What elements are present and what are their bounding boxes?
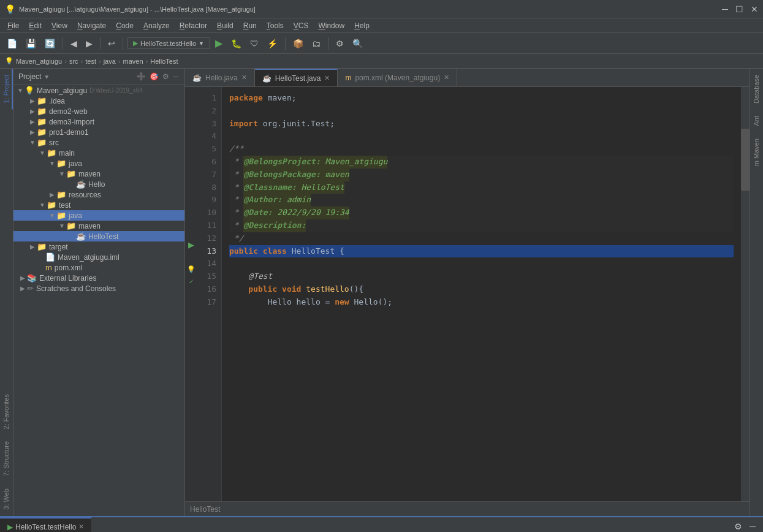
- close-button[interactable]: ✕: [751, 4, 758, 14]
- menu-edit[interactable]: Edit: [24, 20, 47, 31]
- tree-src[interactable]: ▼ 📁 src: [13, 137, 184, 148]
- toolbar-undo[interactable]: ↩: [105, 37, 118, 50]
- menu-view[interactable]: View: [47, 20, 72, 31]
- bc-hellotest[interactable]: HelloTest: [150, 58, 178, 65]
- tree-external-libs[interactable]: ▶ 📚 External Libraries: [13, 273, 184, 283]
- sidebar-scroll-target[interactable]: 🎯: [148, 71, 160, 82]
- run-config-selector[interactable]: ▶ HelloTest.testHello ▼: [127, 37, 210, 49]
- tab-hellotest-java[interactable]: ☕ HelloTest.java ✕: [255, 69, 338, 86]
- editor-footer: HelloTest: [185, 501, 750, 516]
- toolbar-back[interactable]: ◀: [67, 37, 80, 50]
- bc-src[interactable]: src: [69, 58, 78, 65]
- separator-1: [63, 37, 63, 50]
- tree-hellotest-class[interactable]: ▶ ☕ HelloTest: [13, 231, 184, 241]
- tree-pro1-demo1[interactable]: ▶ 📁 pro1-demo1: [13, 127, 184, 137]
- tree-target[interactable]: ▶ 📁 target: [13, 241, 184, 252]
- gutter-icon-5: [185, 141, 197, 153]
- tab-close-hello[interactable]: ✕: [241, 74, 247, 82]
- sidebar-settings[interactable]: ⚙: [161, 71, 170, 82]
- toolbar-run[interactable]: ▶: [212, 36, 226, 51]
- tree-test[interactable]: ▼ 📁 test: [13, 200, 184, 210]
- toolbar-sync[interactable]: 🔄: [42, 37, 58, 50]
- toolbar-search[interactable]: 🔍: [349, 37, 366, 50]
- tree-resources[interactable]: ▶ 📁 resources: [13, 189, 184, 200]
- left-tab-favorites[interactable]: 2: Favorites: [0, 388, 13, 435]
- title-bar: 💡 Maven_atgiugu [...\atgiugu\Maven_atgiu…: [0, 0, 763, 18]
- tree-scratches[interactable]: ▶ ✏ Scratches and Consoles: [13, 283, 184, 294]
- menu-analyze[interactable]: Analyze: [139, 20, 175, 31]
- menu-file[interactable]: File: [2, 20, 24, 31]
- toolbar-run-with-coverage[interactable]: 🛡: [247, 37, 262, 50]
- editor-content[interactable]: ▶ 💡 ✓ 1 2 3 4 5 6 7 8 9 10 11 12 13: [185, 87, 750, 501]
- menu-refactor[interactable]: Refactor: [175, 20, 212, 31]
- tab-hello-java[interactable]: ☕ Hello.java ✕: [185, 69, 255, 86]
- tree-demo2-web[interactable]: ▶ 📁 demo2-web: [13, 106, 184, 116]
- editor-vscrollbar[interactable]: [741, 87, 750, 501]
- line-num-5: 5: [197, 143, 221, 156]
- tab-close-hellotest[interactable]: ✕: [324, 74, 330, 82]
- bottom-tab-run[interactable]: ▶ HelloTest.testHello ✕: [0, 517, 91, 532]
- bc-java[interactable]: java: [104, 58, 116, 65]
- menu-build[interactable]: Build: [212, 20, 238, 31]
- tree-idea[interactable]: ▶ 📁 .idea: [13, 96, 184, 106]
- toolbar-debug[interactable]: 🐛: [228, 37, 245, 50]
- toolbar-profile[interactable]: ⚡: [264, 37, 281, 50]
- tab-pom-xml[interactable]: m pom.xml (Maven_atgiugu) ✕: [338, 69, 457, 86]
- right-tab-ant[interactable]: Ant: [750, 110, 763, 132]
- menu-code[interactable]: Code: [111, 20, 139, 31]
- tree-java-test[interactable]: ▼ 📁 java: [13, 210, 184, 221]
- line-num-4: 4: [197, 130, 221, 143]
- toolbar-save-all[interactable]: 💾: [23, 37, 39, 50]
- tree-maven-main[interactable]: ▼ 📁 maven: [13, 169, 184, 179]
- tree-pom-xml[interactable]: ▶ m pom.xml: [13, 262, 184, 273]
- toolbar: 📄 💾 🔄 ◀ ▶ ↩ ▶ HelloTest.testHello ▼ ▶ 🐛 …: [0, 33, 763, 54]
- line-num-10: 10: [197, 207, 221, 219]
- menu-help[interactable]: Help: [349, 20, 374, 31]
- gutter-icon-13: ▶: [185, 239, 197, 251]
- toolbar-sdk[interactable]: 📦: [290, 37, 306, 50]
- menu-tools[interactable]: Tools: [262, 20, 289, 31]
- left-tab-structure[interactable]: 7: Structure: [0, 435, 13, 482]
- line-num-13: 13: [197, 245, 221, 258]
- minimize-button[interactable]: ─: [722, 4, 728, 14]
- maximize-button[interactable]: ☐: [735, 4, 743, 14]
- breadcrumb: 💡 Maven_atgiugu › src › test › java › ma…: [0, 54, 763, 69]
- bc-root[interactable]: Maven_atgiugu: [16, 58, 62, 65]
- line-num-11: 11: [197, 219, 221, 232]
- sidebar-minimize[interactable]: ─: [172, 71, 180, 82]
- tree-maven-test[interactable]: ▼ 📁 maven: [13, 221, 184, 231]
- sidebar-add[interactable]: ➕: [135, 71, 147, 82]
- bottom-minimize[interactable]: ─: [747, 520, 758, 533]
- toolbar-project-structure[interactable]: 🗂: [309, 37, 324, 50]
- tree-demo3-import[interactable]: ▶ 📁 demo3-import: [13, 116, 184, 127]
- code-line-5: /**: [229, 143, 734, 156]
- menu-run[interactable]: Run: [238, 20, 262, 31]
- tab-close-pom[interactable]: ✕: [444, 74, 449, 82]
- toolbar-forward[interactable]: ▶: [83, 37, 96, 50]
- bc-maven[interactable]: maven: [123, 58, 143, 65]
- gutter-icon-17: [185, 288, 197, 300]
- left-tab-web[interactable]: 3: Web: [0, 482, 13, 516]
- tree-iml[interactable]: ▶ 📄 Maven_atgiugu.iml: [13, 252, 184, 262]
- tree-main[interactable]: ▼ 📁 main: [13, 148, 184, 158]
- bottom-settings[interactable]: ⚙: [732, 520, 745, 533]
- separator-4: [285, 37, 286, 50]
- right-tab-maven[interactable]: m Maven: [750, 132, 763, 172]
- menu-window[interactable]: Window: [313, 20, 349, 31]
- code-area[interactable]: package maven; import org.junit.Test; /*…: [222, 87, 741, 501]
- menu-vcs[interactable]: VCS: [289, 20, 314, 31]
- bottom-tab-actions: ⚙ ─: [727, 520, 763, 533]
- tree-java-main[interactable]: ▼ 📁 java: [13, 158, 184, 169]
- menu-navigate[interactable]: Navigate: [72, 20, 111, 31]
- bc-test[interactable]: test: [85, 58, 96, 65]
- tree-root[interactable]: ▼ 💡 Maven_atgiugu D:\IdeaU-2019_x64: [13, 85, 184, 96]
- line-num-15: 15: [197, 270, 221, 283]
- right-tab-database[interactable]: Database: [750, 69, 763, 110]
- toolbar-settings[interactable]: ⚙: [333, 37, 347, 50]
- code-line-13: public class HelloTest {: [229, 245, 734, 258]
- run-tab-close[interactable]: ✕: [78, 523, 84, 531]
- code-line-2: [229, 105, 734, 118]
- left-tab-project[interactable]: 1: Project: [0, 69, 13, 109]
- toolbar-new[interactable]: 📄: [4, 37, 20, 50]
- tree-hello-class[interactable]: ▶ ☕ Hello: [13, 179, 184, 189]
